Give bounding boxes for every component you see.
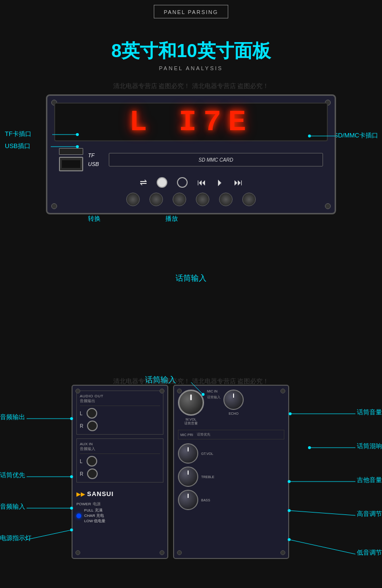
usb-tf-group — [59, 148, 83, 171]
led-text: L I7E — [129, 105, 253, 139]
aux-in-block: AUX IN 音频输入 L R — [76, 438, 163, 482]
aux-in-divider — [80, 453, 160, 454]
ann-audio-out: 音频输出 — [0, 413, 25, 422]
screw2-tl — [75, 389, 80, 393]
mic-in-en: MIC IN — [207, 390, 220, 393]
svg-line-12 — [27, 530, 72, 540]
screw3-br — [280, 550, 285, 555]
middle-device-panel: M.VOL 话筒音量 MIC IN 话筒输入 ECHO — [173, 385, 289, 559]
usb-port — [59, 157, 83, 171]
screw3-tl — [177, 389, 182, 393]
ann-power-indicator: 电源指示灯 — [0, 534, 31, 543]
power-led — [76, 513, 81, 518]
tf-inline-label: TF — [88, 152, 94, 158]
bass-knob[interactable] — [178, 490, 198, 510]
left-device-panel: AUDIO OUT 音频输出 L R AUX IN — [72, 385, 168, 559]
sansui-logo-area: ▶▶ SANSUI — [76, 490, 163, 498]
label-mic-input: 话筒输入 — [0, 273, 382, 284]
echo-label: ECHO — [229, 412, 238, 415]
btn-6[interactable] — [242, 193, 256, 206]
btn-3[interactable] — [173, 193, 186, 206]
gt-vol-label: GT.VOL — [201, 452, 213, 455]
btn-circle-fill — [157, 177, 167, 188]
ann-mic-input-main: 话筒输入 — [145, 375, 176, 385]
mic-pri-cn: 话筒优先 — [197, 432, 210, 437]
rca-in-l — [87, 456, 97, 467]
label-tf-port: TF卡插口 — [5, 130, 31, 138]
label-usb-port: USB插口 — [5, 142, 30, 151]
panel2-diagram: 清北电器专营店 盗图必究！ 清北电器专营店 盗图必究！ AUDIO OUT 音频… — [0, 375, 382, 588]
sd-mmc-label: SD MMC CARD — [198, 157, 233, 163]
mvol-label: M.VOL 话筒音量 — [184, 418, 198, 426]
usb-port-inner — [62, 160, 80, 168]
mic-in-cn: 话筒输入 — [207, 395, 220, 400]
treble-section: TREBLE — [178, 467, 284, 487]
power-en: POWER 电源 — [76, 501, 163, 507]
gt-vol-knob[interactable] — [178, 443, 198, 464]
aux-in-l-label: L — [80, 459, 83, 464]
mic-in-labels: MIC IN 话筒输入 — [207, 390, 220, 426]
top-section: PANEL PARSING — [0, 0, 382, 34]
panel1-device: L I7E TF USB — [46, 94, 336, 214]
mic-in-section: M.VOL 话筒音量 MIC IN 话筒输入 ECHO — [178, 390, 284, 426]
aux-in-r: R — [80, 468, 160, 479]
svg-line-20 — [289, 511, 355, 515]
round-btns-row — [54, 193, 328, 206]
echo-knob[interactable] — [223, 390, 244, 410]
echo-col: ECHO — [223, 390, 244, 426]
btn-circle-empty — [177, 177, 188, 188]
audio-out-r: R — [80, 421, 160, 431]
screw2-bl — [75, 550, 80, 555]
rca-in-r — [87, 468, 98, 479]
panel-parsing-label: PANEL PARSING — [164, 9, 219, 15]
mic-pri-en: MIC PRI — [180, 433, 193, 437]
audio-out-cn: 音频输出 — [80, 398, 160, 404]
btn-1[interactable] — [126, 193, 140, 206]
watermark-panel1: 清北电器专营店 盗图必究！ 清北电器专营店 盗图必究！ — [0, 80, 382, 92]
audio-out-block: AUDIO OUT 音频输出 L R — [76, 391, 163, 435]
btn-2[interactable] — [149, 193, 163, 206]
label-sd-port: SD/MMC卡插口 — [334, 131, 378, 140]
rca-out-r — [87, 421, 98, 431]
audio-out-en: AUDIO OUT — [80, 394, 160, 398]
sd-mmc-slot: SD MMC CARD — [109, 153, 323, 166]
audio-out-l: L — [80, 408, 160, 419]
bass-section: BASS — [178, 490, 284, 510]
sansui-logo: SANSUI — [87, 490, 114, 498]
ports-row: TF USB SD MMC CARD — [54, 148, 328, 171]
gt-vol-section: GT.VOL — [178, 443, 284, 464]
panel1-sub-title: PANEL ANALYSIS — [0, 65, 382, 71]
ann-audio-in: 音频输入 — [0, 502, 25, 511]
screw-br — [325, 203, 331, 209]
rca-out-l — [87, 408, 97, 419]
full-page: PANEL PARSING 8英寸和10英寸面板 PANEL ANALYSIS … — [0, 0, 382, 588]
icon-eq: ⇌ — [140, 177, 147, 188]
btn-5[interactable] — [219, 193, 233, 206]
btn-4[interactable] — [196, 193, 209, 206]
ann-bass: 低音调节 — [357, 548, 382, 557]
mic-pri-section: MIC PRI 话筒优先 — [178, 430, 284, 439]
panel2-section: 清北电器专营店 盗图必究！ 清北电器专营店 盗图必究！ AUDIO OUT 音频… — [0, 365, 382, 588]
ann-mic-volume: 话筒音量 — [357, 408, 382, 417]
svg-line-22 — [289, 540, 355, 554]
panel-parsing-box: PANEL PARSING — [154, 5, 229, 18]
ann-treble: 高音调节 — [357, 510, 382, 518]
screw2-tr — [160, 389, 164, 393]
full-label: FULL 充满 — [84, 508, 105, 513]
icon-next: ⏭ — [234, 178, 243, 188]
screw2-br — [160, 550, 164, 555]
port-labels: TF USB — [88, 152, 99, 167]
mic-volume-knob[interactable] — [178, 390, 204, 416]
aux-in-cn: 音频输入 — [80, 446, 160, 452]
ann-guitar-volume: 吉他音量 — [357, 476, 382, 484]
controls-icons-row: ⇌ ⏮ ⏵ ⏭ — [54, 177, 328, 188]
char-label: CHAR 充电 — [84, 513, 105, 518]
power-status-labels: FULL 充满 CHAR 充电 LOW 低电量 — [84, 508, 105, 524]
mic-knob-col: M.VOL 话筒音量 — [178, 390, 204, 426]
panel1-main-title: 8英寸和10英寸面板 — [0, 39, 382, 63]
treble-knob[interactable] — [178, 467, 198, 487]
ann-mic-echo: 话筒混响 — [357, 442, 382, 451]
bass-label: BASS — [201, 498, 210, 502]
aux-in-en: AUX IN — [80, 442, 160, 446]
treble-label: TREBLE — [201, 475, 214, 479]
